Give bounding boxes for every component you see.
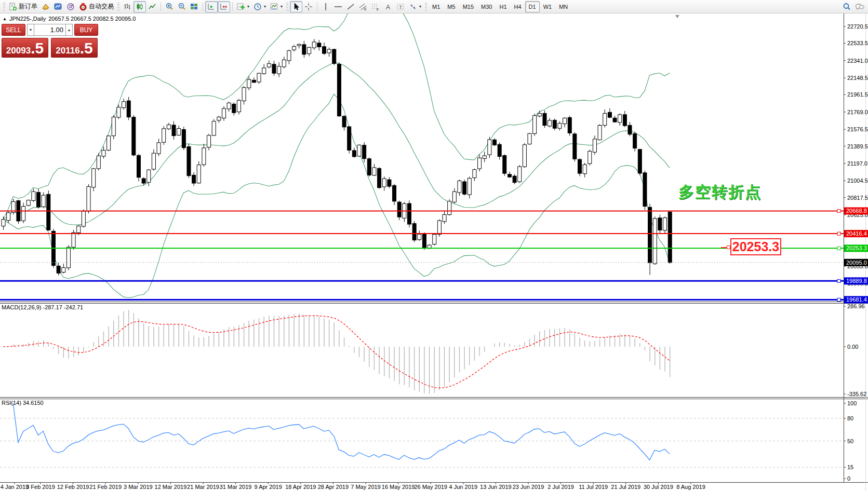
new-order-label: 新订单 <box>19 2 37 11</box>
chevron-down-icon: ▾ <box>264 4 266 9</box>
periods-button[interactable]: ▾ <box>251 1 268 12</box>
toolbar-grip <box>425 3 427 11</box>
bollinger-bands <box>3 0 670 298</box>
indicators-button[interactable]: ▾ <box>235 1 251 12</box>
channel-tool-button[interactable]: E <box>357 1 369 12</box>
toolbar-grip <box>117 3 119 11</box>
volume-decrease-button[interactable]: ▼ <box>27 24 34 36</box>
fibonacci-tool-button[interactable]: F <box>369 1 382 12</box>
timeframe-d1[interactable]: D1 <box>525 1 540 12</box>
timeframe-w1[interactable]: W1 <box>540 1 556 12</box>
svg-text:A: A <box>386 3 390 10</box>
cursor-icon <box>292 3 300 11</box>
toolbar-separator <box>317 2 317 11</box>
sell-price-main: 20093 <box>6 43 31 59</box>
sell-price-frac: .5 <box>31 40 44 56</box>
charts-window-button[interactable] <box>52 1 64 12</box>
symbol-marker-icon: ▲ <box>3 17 7 21</box>
crosshair-icon <box>304 3 313 11</box>
tile-windows-icon <box>190 3 198 11</box>
chart-shift-button[interactable] <box>218 1 230 12</box>
auto-trading-label: 自动交易 <box>89 2 114 11</box>
search-icon <box>843 3 851 11</box>
candles-layer <box>2 39 672 275</box>
timeframe-m5[interactable]: M5 <box>444 1 459 12</box>
level-lines[interactable] <box>0 209 844 301</box>
templates-button[interactable]: ▾ <box>268 1 285 12</box>
symbol-ohlc: 20657.5 20667.5 20082.5 20095.0 <box>48 16 136 22</box>
line-chart-icon <box>148 3 156 11</box>
macd-indicator-label: MACD(12,26,9) -287.17 -242.71 <box>2 304 83 310</box>
zoom-in-icon <box>165 3 173 11</box>
trendline-tool-button[interactable] <box>344 1 357 12</box>
chat-icon <box>855 3 864 11</box>
label-tool-button[interactable]: T <box>394 1 407 12</box>
timeframe-m1[interactable]: M1 <box>429 1 444 12</box>
line-chart-button[interactable] <box>146 1 158 12</box>
toolbar-separator <box>232 2 233 11</box>
timeframe-mn[interactable]: MN <box>555 1 571 12</box>
price-axis[interactable] <box>844 13 868 482</box>
rsi-indicator-label: RSI(14) 34.6150 <box>2 400 44 406</box>
zoom-out-icon <box>178 3 186 11</box>
timeframe-h1[interactable]: H1 <box>496 1 510 12</box>
svg-text:E: E <box>364 7 367 11</box>
auto-scroll-icon <box>207 3 216 11</box>
zoom-in-button[interactable] <box>163 1 176 12</box>
indicators-icon <box>237 3 245 11</box>
alerts-icon <box>42 3 50 11</box>
chevron-down-icon: ▾ <box>281 4 283 9</box>
svg-text:T: T <box>399 4 403 9</box>
buy-button[interactable]: BUY <box>74 24 98 36</box>
toolbar-separator <box>203 2 203 11</box>
buy-price-button[interactable]: 20116 .5 <box>51 38 98 58</box>
chart-shift-icon <box>220 3 228 11</box>
volume-input[interactable] <box>34 24 65 36</box>
timeframe-m30[interactable]: M30 <box>477 1 496 12</box>
new-order-button[interactable]: 新订单 <box>7 1 39 12</box>
chart-shift-marker[interactable] <box>675 15 679 18</box>
community-button[interactable] <box>64 1 77 12</box>
cursor-tool-button[interactable] <box>290 1 302 12</box>
sell-price-button[interactable]: 20093 .5 <box>2 38 48 58</box>
crosshair-tool-button[interactable] <box>302 1 315 12</box>
arrows-tool-button[interactable]: ▾ <box>407 1 423 12</box>
community-icon <box>66 3 75 11</box>
auto-trading-button[interactable]: 自动交易 <box>77 1 116 12</box>
rsi-layer <box>0 403 844 467</box>
zoom-out-button[interactable] <box>176 1 188 12</box>
triangle-up-icon: ▲ <box>68 28 71 32</box>
chat-button[interactable] <box>853 1 866 12</box>
timeframe-h4[interactable]: H4 <box>511 1 525 12</box>
vertical-line-icon <box>322 3 330 11</box>
symbol-name: JPN225-,Daily <box>9 16 46 22</box>
triangle-down-icon: ▼ <box>29 28 33 32</box>
candlestick-chart-button[interactable] <box>133 1 146 12</box>
macd-signal-line <box>3 316 670 388</box>
buy-price-main: 20116 <box>56 43 79 59</box>
auto-scroll-button[interactable] <box>205 1 218 12</box>
search-button[interactable] <box>840 1 853 12</box>
bar-chart-button[interactable] <box>121 1 133 12</box>
callout-anchor-handle[interactable] <box>727 246 730 249</box>
timeframe-m15[interactable]: M15 <box>459 1 477 12</box>
time-axis[interactable] <box>0 482 844 491</box>
symbol-title: ▲ JPN225-,Daily 20657.5 20667.5 20082.5 … <box>3 16 136 22</box>
macd-histogram <box>4 310 670 394</box>
alerts-button[interactable] <box>39 1 52 12</box>
toolbar-separator <box>161 2 161 11</box>
horizontal-line-tool-button[interactable] <box>332 1 344 12</box>
bar-chart-icon <box>123 3 131 11</box>
new-order-icon <box>9 3 17 11</box>
tile-windows-button[interactable] <box>188 1 201 12</box>
price-callout-label[interactable]: 20253.3 <box>730 238 781 255</box>
sell-button[interactable]: SELL <box>2 24 25 36</box>
horizontal-line-icon <box>334 3 342 11</box>
fibonacci-icon: F <box>371 3 380 11</box>
vertical-line-tool-button[interactable] <box>319 1 332 12</box>
main-toolbar: 新订单 自动交易 ▾ ▾ <box>0 0 868 13</box>
volume-increase-button[interactable]: ▲ <box>65 24 73 36</box>
text-tool-button[interactable]: A <box>382 1 394 12</box>
turning-point-annotation[interactable]: 多空转折点 <box>678 182 762 203</box>
chevron-down-icon: ▾ <box>419 4 421 9</box>
